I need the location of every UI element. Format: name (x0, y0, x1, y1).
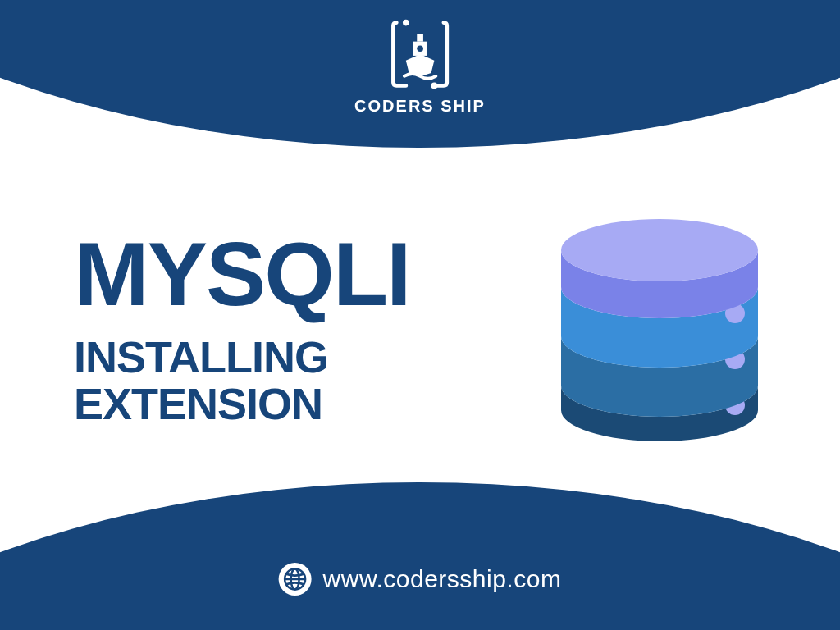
svg-point-1 (431, 83, 437, 89)
headline-sub-line1: INSTALLING (74, 334, 410, 381)
globe-icon (279, 563, 312, 596)
main-content: MYSQLI INSTALLING EXTENSION (74, 205, 774, 451)
footer-url: www.codersship.com (323, 565, 562, 593)
svg-point-4 (417, 45, 423, 52)
brand-name: CODERS SHIP (354, 97, 486, 116)
footer: www.codersship.com (279, 563, 562, 596)
headline-block: MYSQLI INSTALLING EXTENSION (74, 229, 410, 427)
database-icon (545, 205, 774, 451)
bottom-arc-decoration (0, 482, 840, 630)
svg-rect-3 (417, 34, 423, 42)
headline-subtitle: INSTALLING EXTENSION (74, 334, 410, 427)
svg-point-0 (403, 20, 409, 26)
ship-logo-icon (381, 15, 459, 94)
brand-logo: CODERS SHIP (354, 15, 486, 116)
headline-sub-line2: EXTENSION (74, 381, 410, 427)
svg-point-8 (561, 219, 758, 281)
headline-title: MYSQLI (74, 229, 410, 319)
